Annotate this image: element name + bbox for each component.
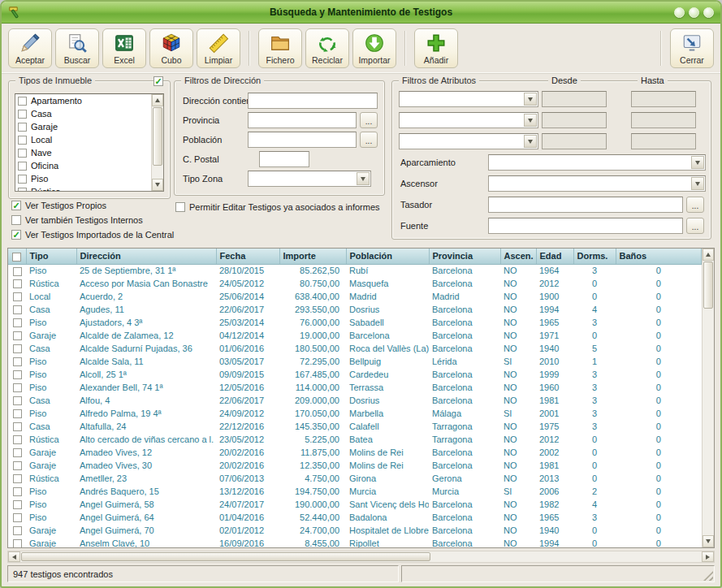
row-checkbox[interactable] (13, 279, 22, 288)
property-type-scrollbar[interactable] (151, 94, 163, 191)
town-lookup-button[interactable]: ... (360, 132, 378, 148)
table-row[interactable]: Piso Alcalde Sala, 11 03/05/2017 72.295,… (8, 355, 702, 368)
town-input[interactable] (248, 132, 357, 148)
table-row[interactable]: Garaje Alcalde de Zalamea, 12 04/12/2014… (8, 329, 702, 342)
scroll-thumb[interactable] (703, 262, 713, 309)
attribute-2-to-input[interactable] (631, 112, 696, 128)
appraiser-lookup-button[interactable]: ... (686, 197, 704, 213)
scroll-right-button[interactable] (702, 551, 714, 562)
internal-witnesses-option[interactable]: Ver también Testigos Internos (11, 215, 143, 225)
scroll-left-button[interactable] (8, 551, 20, 562)
table-row[interactable]: Piso Alexander Bell, 74 1ª 12/05/2016 11… (8, 381, 702, 394)
row-checkbox[interactable] (13, 318, 22, 327)
file-button[interactable]: Fichero (258, 28, 302, 68)
table-row[interactable]: Rústica Acceso por Masia Can Bonastre 24… (8, 277, 702, 290)
attribute-select-1[interactable] (399, 91, 538, 107)
maximize-button[interactable] (689, 7, 699, 18)
table-row[interactable]: Garaje Anselm Clavé, 10 16/09/2016 8.455… (8, 537, 702, 547)
property-type-checkbox[interactable] (18, 110, 27, 119)
row-checkbox[interactable] (13, 487, 22, 496)
zone-type-select[interactable] (248, 171, 371, 187)
row-checkbox[interactable] (13, 305, 22, 314)
column-header-tipo[interactable]: Tipo (26, 249, 76, 264)
cube-button[interactable]: Cubo (149, 28, 193, 68)
scroll-down-button[interactable] (703, 535, 714, 547)
table-row[interactable]: Piso Angel Guimerá, 58 24/07/2017 190.00… (8, 498, 702, 511)
row-checkbox[interactable] (13, 331, 22, 340)
table-row[interactable]: Casa Agudes, 11 22/06/2017 293.550,00 Do… (8, 303, 702, 316)
property-type-checkbox[interactable] (18, 136, 27, 145)
clear-button[interactable]: Limpiar (197, 28, 240, 68)
scroll-thumb[interactable] (21, 552, 430, 561)
dropdown-arrow-icon[interactable] (524, 135, 537, 148)
dropdown-arrow-icon[interactable] (524, 114, 537, 127)
attribute-select-2[interactable] (399, 112, 538, 128)
add-button[interactable]: Añadir (414, 28, 458, 68)
minimize-button[interactable] (674, 7, 685, 18)
resize-grip[interactable] (703, 571, 713, 581)
own-witnesses-checkbox[interactable] (11, 201, 21, 210)
property-type-item[interactable]: Local (15, 133, 151, 146)
table-row[interactable]: Garaje Amadeo Vives, 12 20/02/2016 11.87… (8, 446, 702, 459)
row-checkbox[interactable] (13, 370, 22, 379)
table-row[interactable]: Rústica Alto cercado de viñas cercano a … (8, 433, 702, 446)
attribute-1-to-input[interactable] (631, 91, 696, 107)
property-type-item[interactable]: Garaje (15, 120, 151, 133)
row-checkbox[interactable] (13, 526, 22, 535)
attribute-1-from-input[interactable] (542, 91, 607, 107)
row-checkbox[interactable] (13, 357, 22, 366)
dropdown-arrow-icon[interactable] (691, 156, 704, 169)
province-input[interactable] (248, 112, 357, 128)
close-button[interactable] (703, 7, 714, 18)
property-type-checkbox[interactable] (18, 97, 27, 106)
scroll-track[interactable] (703, 309, 714, 535)
parking-select[interactable] (488, 154, 706, 171)
source-input[interactable] (488, 218, 683, 234)
recycle-button[interactable]: Reciclar (305, 28, 349, 68)
row-checkbox[interactable] (13, 292, 22, 301)
column-header-dorms[interactable]: Dorms. (573, 249, 616, 264)
own-witnesses-option[interactable]: Ver Testigos Propios (11, 201, 106, 210)
row-checkbox[interactable] (13, 344, 22, 353)
property-type-checkbox[interactable] (18, 175, 27, 184)
import-button[interactable]: Importar (352, 28, 396, 68)
table-row[interactable]: Piso Ajustadors, 4 3ª 25/03/2014 76.000,… (8, 316, 702, 329)
address-contains-input[interactable] (248, 93, 378, 109)
row-checkbox[interactable] (13, 396, 22, 405)
dropdown-arrow-icon[interactable] (357, 172, 370, 185)
source-lookup-button[interactable]: ... (686, 218, 704, 234)
row-checkbox[interactable] (13, 461, 22, 470)
property-type-item[interactable]: Nave (15, 146, 151, 159)
scroll-track[interactable] (431, 551, 702, 562)
table-row[interactable]: Piso Andrés Baquero, 15 13/12/2016 194.7… (8, 485, 702, 498)
select-all-checkbox[interactable] (12, 253, 21, 262)
column-header-direccion[interactable]: Dirección (76, 249, 216, 264)
table-row[interactable]: Garaje Angel Guimerá, 70 02/01/2012 24.7… (8, 524, 702, 537)
postal-code-input[interactable] (259, 151, 309, 167)
column-header-fecha[interactable]: Fecha (216, 249, 279, 264)
dropdown-arrow-icon[interactable] (524, 93, 537, 106)
search-button[interactable]: Buscar (55, 28, 99, 68)
allow-edit-checkbox[interactable] (175, 202, 185, 212)
property-type-item[interactable]: Rústica (15, 185, 151, 191)
central-witnesses-checkbox[interactable] (11, 230, 21, 240)
table-row[interactable]: Casa Alfou, 4 22/06/2017 209.000,00 Dosr… (8, 394, 702, 407)
row-checkbox[interactable] (13, 383, 22, 392)
row-checkbox[interactable] (13, 267, 22, 276)
internal-witnesses-checkbox[interactable] (11, 215, 21, 225)
attribute-3-from-input[interactable] (542, 133, 607, 149)
row-checkbox[interactable] (13, 422, 22, 431)
scroll-down-button[interactable] (152, 179, 163, 191)
table-row[interactable]: Local Acuerdo, 2 25/06/2014 638.400,00 M… (8, 290, 702, 303)
column-header-edad[interactable]: Edad (536, 249, 573, 264)
property-type-item[interactable]: Apartamento (15, 94, 151, 107)
table-row[interactable]: Piso 25 de Septiembre, 31 1ª 28/10/2015 … (8, 264, 702, 277)
table-row[interactable]: Casa Altafulla, 24 22/12/2016 145.350,00… (8, 420, 702, 433)
property-type-item[interactable]: Casa (15, 107, 151, 120)
central-witnesses-option[interactable]: Ver Testigos Importados de la Central (11, 230, 174, 240)
dropdown-arrow-icon[interactable] (691, 177, 704, 190)
close-window-button[interactable]: Cerrar (670, 28, 714, 68)
attribute-select-3[interactable] (399, 133, 538, 149)
table-row[interactable]: Rústica Ametller, 23 07/06/2013 4.750,00… (8, 472, 702, 485)
table-row[interactable]: Piso Alfredo Palma, 19 4ª 24/09/2012 170… (8, 407, 702, 420)
